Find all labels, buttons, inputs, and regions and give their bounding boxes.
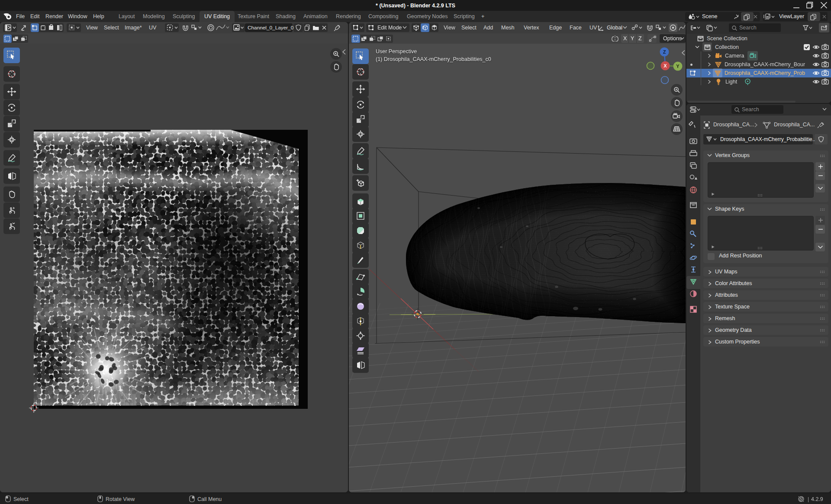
svg-text:Y: Y	[676, 64, 680, 69]
svg-text:Z: Z	[663, 49, 666, 55]
svg-text:X: X	[664, 63, 667, 68]
